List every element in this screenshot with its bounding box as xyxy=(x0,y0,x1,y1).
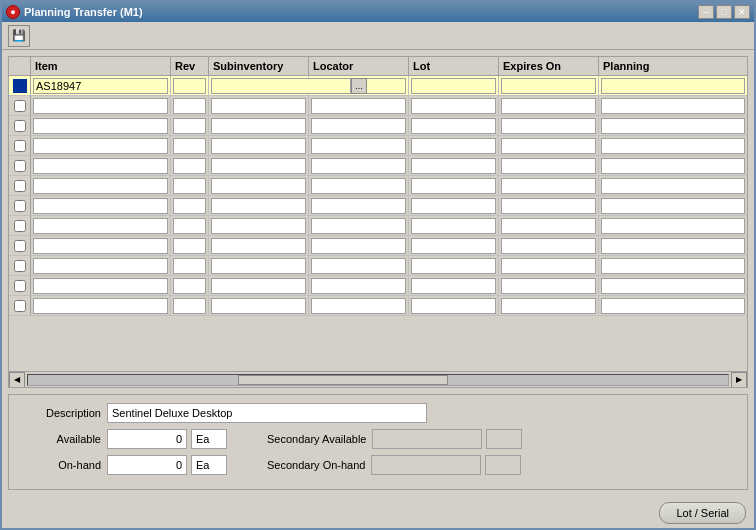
scroll-track[interactable] xyxy=(27,374,729,386)
minimize-button[interactable]: ─ xyxy=(698,5,714,19)
item-input[interactable] xyxy=(33,178,168,194)
available-label: Available xyxy=(21,433,101,445)
item-input[interactable] xyxy=(33,298,168,314)
grid-header: Item Rev Subinventory Locator Lot Expire… xyxy=(9,57,747,76)
description-input[interactable] xyxy=(107,403,427,423)
row-checkbox[interactable] xyxy=(14,220,26,232)
main-content: Item Rev Subinventory Locator Lot Expire… xyxy=(2,50,754,496)
lot-serial-button[interactable]: Lot / Serial xyxy=(659,502,746,524)
checkbox-cell xyxy=(9,156,31,175)
item-input[interactable] xyxy=(33,238,168,254)
rev-input-0[interactable] xyxy=(173,78,206,94)
toolbar: 💾 xyxy=(2,22,754,50)
cell-expires-0[interactable] xyxy=(499,76,599,95)
grid-container: Item Rev Subinventory Locator Lot Expire… xyxy=(8,56,748,388)
cell-subinv[interactable] xyxy=(209,96,309,115)
onhand-label: On-hand xyxy=(21,459,101,471)
table-row xyxy=(9,96,747,116)
main-window: ● Planning Transfer (M1) ─ □ ✕ 💾 Item Re… xyxy=(0,0,756,530)
secondary-onhand-uom[interactable] xyxy=(485,455,521,475)
save-button[interactable]: 💾 xyxy=(8,25,30,47)
item-input[interactable] xyxy=(33,218,168,234)
row-checkbox[interactable] xyxy=(14,280,26,292)
row-checkbox[interactable] xyxy=(14,200,26,212)
item-input-0[interactable] xyxy=(33,78,168,94)
checkbox-cell xyxy=(9,116,31,135)
table-row xyxy=(9,216,747,236)
col-header-expires: Expires On xyxy=(499,57,599,75)
row-checkbox[interactable] xyxy=(14,260,26,272)
scroll-thumb[interactable] xyxy=(238,375,448,385)
row-checkbox[interactable] xyxy=(14,120,26,132)
onhand-input[interactable] xyxy=(107,455,187,475)
cell-lot-0[interactable] xyxy=(409,76,499,95)
table-row xyxy=(9,136,747,156)
col-header-item: Item xyxy=(31,57,171,75)
window-icon: ● xyxy=(6,5,20,19)
col-header-checkbox xyxy=(9,57,31,75)
col-header-lot: Lot xyxy=(409,57,499,75)
scroll-left-button[interactable]: ◀ xyxy=(9,372,25,388)
cell-planning-0[interactable] xyxy=(599,76,747,95)
close-button[interactable]: ✕ xyxy=(734,5,750,19)
col-header-locator: Locator xyxy=(309,57,409,75)
table-row xyxy=(9,296,747,316)
onhand-row: On-hand Secondary On-hand xyxy=(21,455,735,475)
cell-locator[interactable] xyxy=(309,96,409,115)
checkbox-cell xyxy=(9,196,31,215)
row-checkbox[interactable] xyxy=(14,240,26,252)
titlebar-left: ● Planning Transfer (M1) xyxy=(6,5,143,19)
scroll-right-button[interactable]: ▶ xyxy=(731,372,747,388)
row-indicator-cell xyxy=(9,76,31,95)
onhand-uom-input[interactable] xyxy=(191,455,227,475)
item-input[interactable] xyxy=(33,98,168,114)
lot-input[interactable] xyxy=(411,98,496,114)
item-input[interactable] xyxy=(33,198,168,214)
row-checkbox[interactable] xyxy=(14,100,26,112)
table-row: ... xyxy=(9,76,747,96)
secondary-available-label: Secondary Available xyxy=(267,433,366,445)
row-checkbox[interactable] xyxy=(14,160,26,172)
item-input[interactable] xyxy=(33,258,168,274)
cell-planning[interactable] xyxy=(599,96,747,115)
checkbox-cell xyxy=(9,296,31,315)
cell-rev-0[interactable] xyxy=(171,76,209,95)
rev-input[interactable] xyxy=(173,98,206,114)
titlebar-controls: ─ □ ✕ xyxy=(698,5,750,19)
available-row: Available Secondary Available xyxy=(21,429,735,449)
secondary-onhand-input[interactable] xyxy=(371,455,481,475)
available-input[interactable] xyxy=(107,429,187,449)
secondary-onhand-label: Secondary On-hand xyxy=(267,459,365,471)
secondary-available-uom[interactable] xyxy=(486,429,522,449)
item-input[interactable] xyxy=(33,278,168,294)
cell-item[interactable] xyxy=(31,96,171,115)
available-uom-input[interactable] xyxy=(191,429,227,449)
checkbox-cell xyxy=(9,236,31,255)
locator-input[interactable] xyxy=(311,98,406,114)
table-row xyxy=(9,276,747,296)
bottom-form: Description Available Secondary Availabl… xyxy=(8,394,748,490)
planning-input[interactable] xyxy=(601,98,745,114)
row-checkbox[interactable] xyxy=(14,140,26,152)
cell-rev[interactable] xyxy=(171,96,209,115)
expires-input[interactable] xyxy=(501,98,596,114)
maximize-button[interactable]: □ xyxy=(716,5,732,19)
row-checkbox[interactable] xyxy=(14,300,26,312)
cell-lot[interactable] xyxy=(409,96,499,115)
item-input[interactable] xyxy=(33,138,168,154)
subinv-input-0[interactable] xyxy=(211,78,351,94)
expires-input-0[interactable] xyxy=(501,78,596,94)
item-input[interactable] xyxy=(33,118,168,134)
cell-item-0[interactable] xyxy=(31,76,171,95)
cell-expires[interactable] xyxy=(499,96,599,115)
cell-subinv-0[interactable]: ... xyxy=(209,76,309,95)
lot-input-0[interactable] xyxy=(411,78,496,94)
planning-input-0[interactable] xyxy=(601,78,745,94)
subinv-input[interactable] xyxy=(211,98,306,114)
table-row xyxy=(9,176,747,196)
row-checkbox[interactable] xyxy=(14,180,26,192)
checkbox-cell xyxy=(9,136,31,155)
item-input[interactable] xyxy=(33,158,168,174)
subinv-browse-button-0[interactable]: ... xyxy=(351,78,367,94)
secondary-available-input[interactable] xyxy=(372,429,482,449)
